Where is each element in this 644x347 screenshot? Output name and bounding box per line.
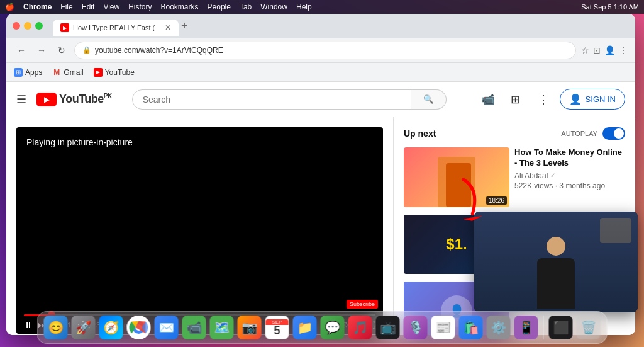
play-button[interactable]: ⏸: [24, 320, 33, 330]
video-player[interactable]: Playing in picture-in-picture Subscribe …: [16, 127, 383, 334]
bookmark-gmail[interactable]: M Gmail: [52, 68, 83, 77]
dock-files[interactable]: 📁: [293, 316, 317, 339]
video-card-title-1: How To Make Money Online - The 3 Levels: [514, 147, 625, 169]
video-info-1: How To Make Money Online - The 3 Levels …: [514, 147, 625, 207]
bookmark-youtube[interactable]: ▶ YouTube: [94, 68, 135, 77]
dollar-text: $1.: [446, 236, 467, 253]
profile-icon[interactable]: 👤: [604, 45, 615, 55]
dock-photos[interactable]: 📷: [238, 316, 262, 339]
pip-content: [474, 212, 638, 312]
menu-bookmarks[interactable]: Bookmarks: [161, 3, 199, 11]
app-name[interactable]: Chrome: [23, 3, 52, 11]
youtube-favicon: ▶: [94, 68, 103, 77]
youtube-region: PK: [104, 93, 112, 100]
url-text: youtube.com/watch?v=1ArVtCQqQRE: [95, 46, 568, 55]
menu-history[interactable]: History: [128, 3, 152, 11]
verified-icon-1: ✓: [550, 172, 555, 179]
bookmark-youtube-label: YouTube: [105, 68, 135, 77]
sign-in-button[interactable]: 👤 SIGN IN: [560, 89, 625, 110]
player-side: Playing in picture-in-picture Subscribe …: [6, 117, 393, 335]
dock-bezel[interactable]: 📱: [514, 316, 538, 339]
search-input[interactable]: [132, 89, 411, 110]
reload-button[interactable]: ↻: [54, 43, 69, 58]
menu-help[interactable]: Help: [296, 3, 312, 11]
apps-grid-icon: ⊞: [14, 68, 23, 77]
address-actions: ☆ ⊡ 👤 ⋮: [581, 45, 628, 55]
up-next-title: Up next: [404, 128, 436, 139]
dock-mail[interactable]: ✉️: [155, 316, 179, 339]
pip-window: [474, 212, 638, 312]
youtube-logo[interactable]: ▶ YouTubePK: [36, 93, 112, 106]
bookmark-gmail-label: Gmail: [64, 68, 83, 77]
apple-menu[interactable]: 🍎: [5, 3, 14, 11]
video-stats-1: 522K views · 3 months ago: [514, 181, 625, 190]
search-area: 🔍: [132, 89, 447, 110]
header-actions: 📹 ⊞ ⋮ 👤 SIGN IN: [477, 88, 625, 111]
menu-edit[interactable]: Edit: [82, 3, 95, 11]
autoplay-knob: [614, 128, 624, 139]
dock-maps[interactable]: 🗺️: [210, 316, 234, 339]
youtube-logo-icon: ▶: [36, 93, 57, 106]
menu-people[interactable]: People: [208, 3, 231, 11]
menubar-left: 🍎 Chrome File Edit View History Bookmark…: [5, 3, 312, 11]
dock-launchpad[interactable]: 🚀: [72, 316, 96, 339]
dock-finder[interactable]: 😊: [44, 316, 68, 339]
autoplay-label: AUTOPLAY: [561, 130, 597, 137]
dock-facetime[interactable]: 📹: [182, 316, 206, 339]
new-tab-button[interactable]: +: [181, 20, 188, 31]
menu-view[interactable]: View: [103, 3, 119, 11]
menu-tab[interactable]: Tab: [240, 3, 252, 11]
dock-safari[interactable]: 🧭: [99, 316, 123, 339]
dock-appstore[interactable]: 🛍️: [459, 316, 483, 339]
menu-icon[interactable]: ⋮: [619, 45, 628, 55]
dock-messages[interactable]: 💬: [321, 316, 345, 339]
back-button[interactable]: ←: [14, 43, 29, 58]
dock-news[interactable]: 📰: [431, 316, 455, 339]
search-button[interactable]: 🔍: [411, 89, 447, 110]
dock-settings[interactable]: ⚙️: [487, 316, 511, 339]
sign-in-label: SIGN IN: [586, 94, 616, 104]
apps-button[interactable]: ⊞: [504, 88, 527, 111]
up-next-header: Up next AUTOPLAY: [404, 127, 625, 140]
bookmark-icon[interactable]: ☆: [581, 45, 589, 55]
dock: 😊 🚀 🧭 Google Chrome ✉️ 📹 🗺️ 📷 SEP 5 📁 💬 …: [37, 311, 608, 344]
bookmark-apps-label: Apps: [25, 68, 42, 77]
dock-music[interactable]: 🎵: [348, 316, 372, 339]
address-bar: ← → ↻ 🔒 youtube.com/watch?v=1ArVtCQqQRE …: [6, 38, 635, 63]
url-bar[interactable]: 🔒 youtube.com/watch?v=1ArVtCQqQRE: [74, 42, 576, 59]
dock-terminal[interactable]: ⬛: [549, 316, 573, 339]
dock-podcasts[interactable]: 🎙️: [404, 316, 428, 339]
dock-trash[interactable]: 🗑️: [577, 316, 601, 339]
tab-title: How I Type REALLY Fast (: [73, 24, 161, 31]
close-button[interactable]: [13, 22, 20, 30]
extensions-icon[interactable]: ⊡: [593, 45, 601, 55]
subscribe-overlay[interactable]: Subscribe: [347, 300, 378, 309]
upload-button[interactable]: 📹: [477, 88, 499, 111]
dock-tv[interactable]: 📺: [376, 316, 400, 339]
bookmark-apps[interactable]: ⊞ Apps: [14, 68, 42, 77]
tab-area: ▶ How I Type REALLY Fast ( ✕ +: [53, 18, 629, 34]
tab-close-button[interactable]: ✕: [165, 23, 171, 32]
dock-calendar[interactable]: SEP 5: [265, 316, 289, 339]
menu-window[interactable]: Window: [260, 3, 287, 11]
bookmarks-bar: ⊞ Apps M Gmail ▶ YouTube: [6, 63, 635, 82]
menu-file[interactable]: File: [60, 3, 72, 11]
autoplay-toggle[interactable]: [602, 127, 625, 140]
hamburger-menu[interactable]: ☰: [16, 93, 26, 106]
youtube-logo-text: YouTubePK: [59, 93, 112, 106]
video-channel-1: Ali Abdaal ✓: [514, 171, 625, 180]
minimize-button[interactable]: [24, 22, 31, 30]
gmail-icon: M: [52, 68, 61, 77]
forward-button[interactable]: →: [34, 43, 49, 58]
maximize-button[interactable]: [35, 22, 43, 30]
macos-menubar: 🍎 Chrome File Edit View History Bookmark…: [0, 0, 644, 14]
browser-tab-active[interactable]: ▶ How I Type REALLY Fast ( ✕: [53, 20, 179, 36]
pip-label: Playing in picture-in-picture: [26, 137, 133, 147]
title-bar: ▶ How I Type REALLY Fast ( ✕ +: [6, 14, 635, 38]
dock-chrome[interactable]: Google Chrome: [127, 316, 151, 339]
autoplay-area: AUTOPLAY: [561, 127, 625, 140]
lock-icon: 🔒: [82, 46, 91, 54]
more-options-button[interactable]: ⋮: [532, 88, 555, 111]
recommendation-card-1[interactable]: 18:26 How To Make Money Online - The 3 L…: [404, 147, 625, 207]
pip-person: [474, 212, 638, 312]
